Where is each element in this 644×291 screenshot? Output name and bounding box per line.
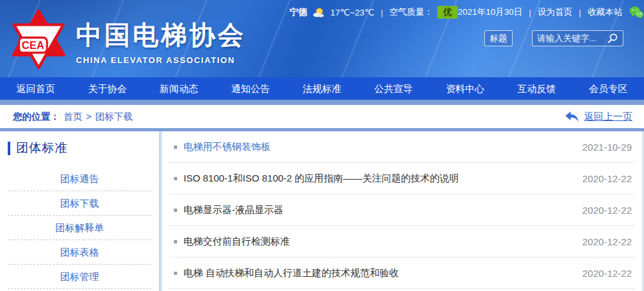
wechat-icon[interactable] <box>629 6 643 19</box>
site-header: CEA 中国电梯协会 CHINA ELEVATOR ASSOCIATION 宁德… <box>0 0 644 77</box>
sidebar-item-4[interactable]: 团标管理 <box>8 265 151 288</box>
sidebar-item-2[interactable]: 团标解释单 <box>8 216 151 239</box>
search-input[interactable] <box>537 33 607 43</box>
topbar-links: 2021年10月30日 | 设为首页 | 收藏本站 <box>458 6 644 19</box>
sidebar-menu: 团标通告团标下载团标解释单团标表格团标管理 <box>8 167 151 289</box>
bullet-icon <box>174 272 177 275</box>
nav-item-7[interactable]: 互动反馈 <box>501 77 573 100</box>
document-link-2[interactable]: 电梯显示器-液晶显示器 <box>184 204 572 216</box>
sidebar-title-bar <box>8 142 10 155</box>
bullet-icon <box>174 146 177 149</box>
nav-item-4[interactable]: 法规标准 <box>286 77 357 100</box>
sidebar: 团体标准 团标通告团标下载团标解释单团标表格团标管理 <box>0 131 159 291</box>
document-date: 2020-12-22 <box>582 173 632 184</box>
main-nav: 返回首页关于协会新闻动态通知公告法规标准公共宣导资料中心互动反馈会员专区 <box>0 77 644 100</box>
document-link-4[interactable]: 电梯 自动扶梯和自动人行道土建的技术规范和验收 <box>184 267 572 279</box>
sidebar-title: 团体标准 <box>0 140 159 156</box>
site-subtitle: CHINA ELEVATOR ASSOCIATION <box>76 55 246 65</box>
document-date: 2021-10-29 <box>582 142 632 153</box>
list-item: 电梯 自动扶梯和自动人行道土建的技术规范和验收2020-12-22 <box>169 258 634 289</box>
sidebar-menu-row: 团标通告 <box>8 167 151 191</box>
top-info-bar: 宁德 17℃~23℃ | 空气质量： 优 2021年10月30日 | 设为首页 … <box>290 6 635 19</box>
cea-star-logo-icon: CEA <box>10 9 67 70</box>
page: CEA 中国电梯协会 CHINA ELEVATOR ASSOCIATION 宁德… <box>0 0 644 291</box>
sidebar-item-1[interactable]: 团标下载 <box>8 191 151 215</box>
air-quality-label: 空气质量： <box>390 6 433 18</box>
sidebar-menu-row: 团标管理 <box>8 265 151 289</box>
breadcrumb-current: 团标下载 <box>95 111 133 123</box>
air-quality-badge: 优 <box>437 6 458 19</box>
bullet-icon <box>174 240 177 243</box>
sidebar-item-0[interactable]: 团标通告 <box>8 167 151 191</box>
sidebar-item-3[interactable]: 团标表格 <box>8 240 151 264</box>
bullet-icon <box>174 209 177 212</box>
list-item: 电梯用不锈钢装饰板2021-10-29 <box>169 131 634 163</box>
divider: | <box>527 8 533 17</box>
document-link-3[interactable]: 电梯交付前自行检测标准 <box>184 236 572 248</box>
divider: | <box>577 8 583 17</box>
weather-city: 宁德 <box>290 6 307 18</box>
sidebar-menu-row: 团标下载 <box>8 191 151 216</box>
weather-temp: 17℃~23℃ <box>330 7 374 17</box>
sidebar-menu-row: 团标解释单 <box>8 216 151 240</box>
search-box <box>532 30 623 46</box>
breadcrumb-bar: 您的位置： 首页 > 团标下载 返回上一页 <box>0 105 644 128</box>
document-date: 2020-12-22 <box>582 268 632 279</box>
nav-item-8[interactable]: 会员专区 <box>573 77 644 100</box>
document-list: 电梯用不锈钢装饰板2021-10-29ISO 8100-1和ISO 8100-2… <box>162 131 642 291</box>
list-item: 电梯交付前自行检测标准2020-12-22 <box>169 226 634 258</box>
breadcrumb: 您的位置： 首页 > 团标下载 <box>0 111 133 123</box>
bullet-icon <box>174 177 177 180</box>
nav-item-5[interactable]: 公共宣导 <box>358 77 430 100</box>
sun-cloud-icon <box>312 7 326 18</box>
nav-item-0[interactable]: 返回首页 <box>0 77 71 100</box>
weather-group: 宁德 17℃~23℃ | 空气质量： 优 <box>290 6 458 19</box>
search-icon[interactable] <box>607 33 618 44</box>
document-date: 2020-12-22 <box>582 236 632 247</box>
back-arrow-icon <box>565 111 579 122</box>
document-link-1[interactable]: ISO 8100-1和ISO 8100-2 的应用指南——关注问题的技术的说明 <box>184 173 572 185</box>
nav-item-2[interactable]: 新闻动态 <box>143 77 214 100</box>
content: 团体标准 团标通告团标下载团标解释单团标表格团标管理 电梯用不锈钢装饰板2021… <box>0 131 644 291</box>
nav-item-1[interactable]: 关于协会 <box>71 77 143 100</box>
back-link-label[interactable]: 返回上一页 <box>584 111 632 123</box>
current-date: 2021年10月30日 <box>458 6 523 18</box>
set-home-link[interactable]: 设为首页 <box>538 6 573 18</box>
nav-bottom-strip <box>0 100 644 105</box>
logo-block[interactable]: CEA 中国电梯协会 CHINA ELEVATOR ASSOCIATION <box>10 9 246 70</box>
list-item: 电梯显示器-液晶显示器2020-12-22 <box>169 194 634 226</box>
document-date: 2020-12-22 <box>582 205 632 216</box>
add-favorite-link[interactable]: 收藏本站 <box>587 6 622 18</box>
back-link[interactable]: 返回上一页 <box>565 111 644 123</box>
divider: | <box>379 8 385 17</box>
nav-item-3[interactable]: 通知公告 <box>214 77 286 100</box>
sidebar-menu-row: 团标表格 <box>8 240 151 265</box>
breadcrumb-label: 您的位置： <box>13 111 60 123</box>
site-title: 中国电梯协会 <box>76 17 246 53</box>
sidebar-title-text: 团体标准 <box>16 140 68 156</box>
breadcrumb-separator: > <box>86 111 91 122</box>
document-link-0[interactable]: 电梯用不锈钢装饰板 <box>184 141 572 153</box>
logo-text: CEA <box>22 39 44 52</box>
breadcrumb-home-link[interactable]: 首页 <box>64 111 82 123</box>
list-item: ISO 8100-1和ISO 8100-2 的应用指南——关注问题的技术的说明2… <box>169 163 634 194</box>
search-row: 标题 <box>484 30 623 46</box>
search-category-button[interactable]: 标题 <box>484 30 513 46</box>
nav-item-6[interactable]: 资料中心 <box>430 77 501 100</box>
